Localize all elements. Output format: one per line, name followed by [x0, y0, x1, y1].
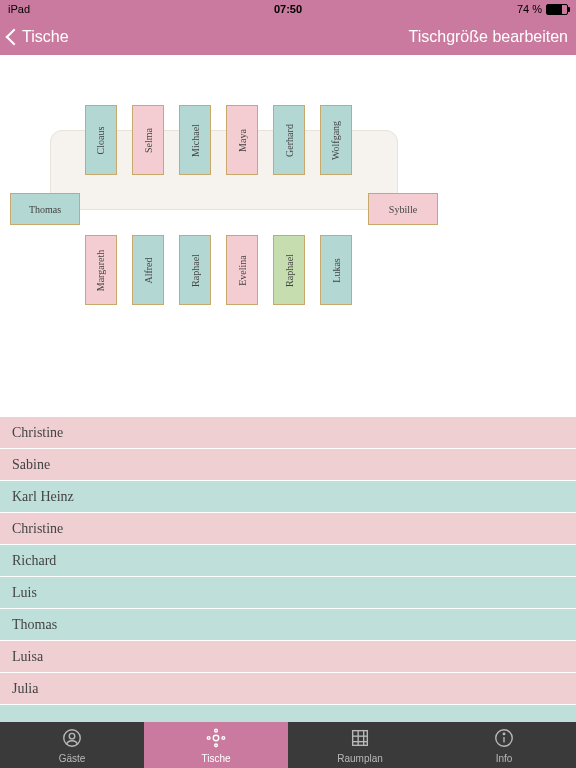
guest-row[interactable]	[0, 704, 576, 722]
svg-point-3	[215, 729, 218, 732]
guest-row[interactable]: Christine	[0, 416, 576, 448]
seat-label: Selma	[143, 128, 154, 153]
seat-label: Alfred	[142, 257, 153, 283]
tab-raumplan[interactable]: Raumplan	[288, 722, 432, 768]
seat-bottom-3[interactable]: Evelina	[226, 235, 258, 305]
svg-point-6	[222, 736, 225, 739]
svg-point-1	[69, 733, 75, 739]
guest-row[interactable]: Sabine	[0, 448, 576, 480]
tab-gaeste[interactable]: Gäste	[0, 722, 144, 768]
seat-top-3[interactable]: Maya	[226, 105, 258, 175]
seat-label: Michael	[190, 124, 201, 157]
guest-row[interactable]: Luisa	[0, 640, 576, 672]
seat-label: Raphael	[190, 254, 201, 287]
status-bar: iPad 07:50 74 %	[0, 0, 576, 18]
tische-icon	[205, 727, 227, 751]
battery-icon	[546, 4, 568, 15]
seat-top-2[interactable]: Michael	[179, 105, 211, 175]
guest-row[interactable]: Karl Heinz	[0, 480, 576, 512]
seat-label: Evelina	[237, 255, 248, 286]
seat-top-4[interactable]: Gerhard	[273, 105, 305, 175]
seat-label: Gerhard	[284, 124, 295, 157]
seat-label: Lukas	[330, 258, 341, 282]
tab-label: Info	[496, 753, 513, 764]
seat-bottom-0[interactable]: Margareth	[85, 235, 117, 305]
seat-bottom-2[interactable]: Raphael	[179, 235, 211, 305]
seat-bottom-4[interactable]: Raphael	[273, 235, 305, 305]
seat-label: Wolfgang	[331, 120, 342, 159]
back-button[interactable]: Tische	[8, 28, 69, 46]
guest-list[interactable]: ChristineSabineKarl HeinzChristineRichar…	[0, 416, 576, 722]
tab-tische[interactable]: Tische	[144, 722, 288, 768]
seat-right[interactable]: Sybille	[368, 193, 438, 225]
seating-plan[interactable]: CloausSelmaMichaelMayaGerhardWolfgangMar…	[0, 55, 576, 415]
tab-label: Gäste	[59, 753, 86, 764]
back-label: Tische	[22, 28, 69, 46]
clock: 07:50	[0, 3, 576, 15]
guest-row[interactable]: Richard	[0, 544, 576, 576]
seat-label: Sybille	[389, 204, 417, 215]
seat-label: Raphael	[284, 254, 295, 287]
tab-bar: GästeTischeRaumplanInfo	[0, 722, 576, 768]
nav-bar: Tische Tischgröße bearbeiten	[0, 18, 576, 55]
info-icon	[493, 727, 515, 751]
svg-point-14	[503, 733, 504, 734]
guest-row[interactable]: Luis	[0, 576, 576, 608]
tab-label: Raumplan	[337, 753, 383, 764]
seat-label: Cloaus	[96, 126, 107, 154]
svg-point-5	[207, 736, 210, 739]
seat-label: Thomas	[29, 204, 61, 215]
seat-top-5[interactable]: Wolfgang	[320, 105, 352, 175]
seat-left[interactable]: Thomas	[10, 193, 80, 225]
seat-top-1[interactable]: Selma	[132, 105, 164, 175]
chevron-left-icon	[6, 28, 23, 45]
tab-info[interactable]: Info	[432, 722, 576, 768]
svg-point-4	[215, 743, 218, 746]
seat-label: Margareth	[96, 249, 107, 290]
edit-size-button[interactable]: Tischgröße bearbeiten	[409, 28, 569, 46]
gaeste-icon	[61, 727, 83, 751]
raumplan-icon	[349, 727, 371, 751]
guest-row[interactable]: Julia	[0, 672, 576, 704]
svg-rect-7	[353, 730, 368, 745]
tab-label: Tische	[201, 753, 230, 764]
guest-row[interactable]: Christine	[0, 512, 576, 544]
guest-row[interactable]: Thomas	[0, 608, 576, 640]
seat-top-0[interactable]: Cloaus	[85, 105, 117, 175]
seat-bottom-1[interactable]: Alfred	[132, 235, 164, 305]
svg-point-2	[213, 735, 219, 741]
seat-label: Maya	[237, 129, 248, 152]
seat-bottom-5[interactable]: Lukas	[320, 235, 352, 305]
